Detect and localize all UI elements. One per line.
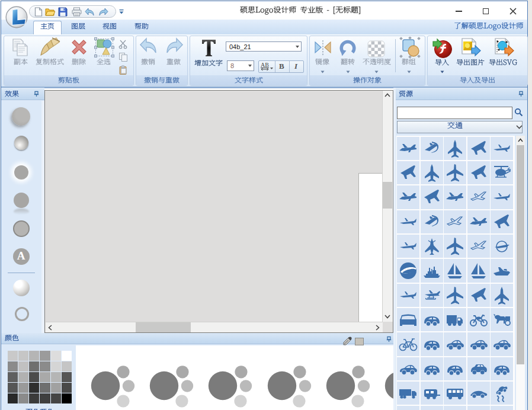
svg-text:AB: AB bbox=[261, 62, 269, 68]
